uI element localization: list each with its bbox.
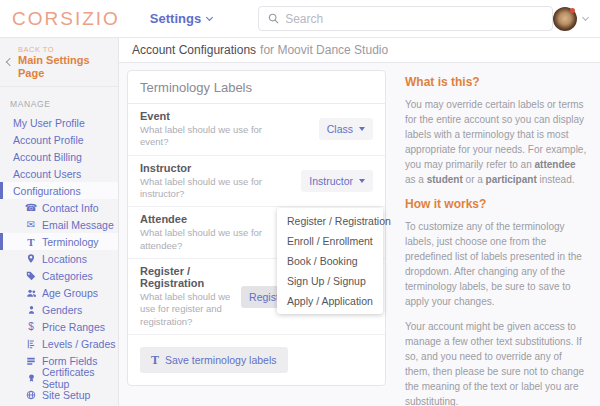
save-terminology-labels-button[interactable]: T Save terminology labels [140,347,288,373]
back-label: Main Settings Page [18,54,110,79]
back-eyebrow: BACK TO [18,45,110,54]
menu-option-register-registration[interactable]: Register / Registration [277,211,383,231]
instructor-label-dropdown[interactable]: Instructor [301,170,373,192]
user-avatar[interactable] [553,7,577,31]
help-how-it-works-title: How it works? [405,197,587,211]
avatar-chevron-down-icon[interactable] [582,14,589,21]
people-icon [25,288,37,298]
sidebar-item-my-user-profile[interactable]: My User Profile [0,114,118,131]
chevron-down-icon [206,13,213,20]
tag-icon [25,271,37,281]
help-what-is-this-text: You may override certain labels or terms… [405,97,587,187]
menu-option-book-booking[interactable]: Book / Booking [277,251,383,271]
text-label-icon: T [25,236,37,248]
help-what-is-this-title: What is this? [405,75,587,89]
card-title: Terminology Labels [128,71,385,104]
form-lines-icon [25,356,37,366]
terminology-row-instructor: Instructor What label should we use for … [128,156,385,208]
sidebar-item-age-groups[interactable]: Age Groups [0,284,118,301]
person-icon [25,305,37,315]
menu-option-apply-application[interactable]: Apply / Application [277,291,383,311]
certificate-medal-icon [25,373,37,383]
sidebar-item-configurations[interactable]: Configurations [0,182,118,199]
sidebar-item-genders[interactable]: Genders [0,301,118,318]
corsizio-logo[interactable]: CORSIZIO [12,8,120,30]
sidebar-item-levels-grades[interactable]: Levels / Grades [0,335,118,352]
chevron-left-icon [6,58,14,66]
sidebar-item-email-message[interactable]: ✉ Email Message [0,216,118,233]
search-box[interactable] [258,6,553,31]
text-label-icon: T [151,354,159,366]
search-icon [268,10,279,28]
phone-icon: ☎ [25,202,37,213]
back-to-main-settings-link[interactable]: BACK TO Main Settings Page [0,38,118,87]
dollar-icon: $ [25,321,37,332]
sidebar-item-locations[interactable]: Locations [0,250,118,267]
help-how-it-works-text-1: To customize any of the terminology labe… [405,219,587,309]
sidebar-item-account-users[interactable]: Account Users [0,165,118,182]
sidebar-item-certificates-setup[interactable]: Certificates Setup [0,369,118,386]
sidebar-section-manage: MANAGE [0,87,118,114]
content-header: Account Configurations for Moovit Dance … [119,38,600,63]
menu-option-enroll-enrollment[interactable]: Enroll / Enrollment [277,231,383,251]
page-title: Account Configurations [132,43,256,57]
search-input[interactable] [285,12,543,26]
page-subtitle: for Moovit Dance Studio [260,43,388,57]
sidebar-item-price-ranges[interactable]: $ Price Ranges [0,318,118,335]
help-panel: What is this? You may override certain l… [405,75,587,406]
levels-list-icon [25,339,37,349]
caret-down-icon [359,179,365,183]
sidebar-item-account-billing[interactable]: Account Billing [0,148,118,165]
map-pin-icon [25,253,37,264]
settings-sidebar: BACK TO Main Settings Page MANAGE My Use… [0,38,119,406]
globe-icon [25,390,37,400]
sidebar-item-terminology[interactable]: T Terminology [0,233,118,250]
envelope-icon: ✉ [25,219,37,230]
help-how-it-works-text-2: Your account might be given access to ma… [405,319,587,406]
sidebar-item-account-profile[interactable]: Account Profile [0,131,118,148]
top-header: CORSIZIO Settings [0,0,600,38]
event-label-dropdown[interactable]: Class [319,118,373,140]
caret-down-icon [359,127,365,131]
settings-menu-label: Settings [150,11,201,26]
terminology-row-event: Event What label should we use for event… [128,104,385,156]
menu-option-sign-up-signup[interactable]: Sign Up / Signup [277,271,383,291]
register-label-dropdown-menu: Register / Registration Enroll / Enrollm… [277,208,383,314]
settings-menu[interactable]: Settings [150,11,212,26]
sidebar-item-contact-info[interactable]: ☎ Contact Info [0,199,118,216]
sidebar-item-categories[interactable]: Categories [0,267,118,284]
